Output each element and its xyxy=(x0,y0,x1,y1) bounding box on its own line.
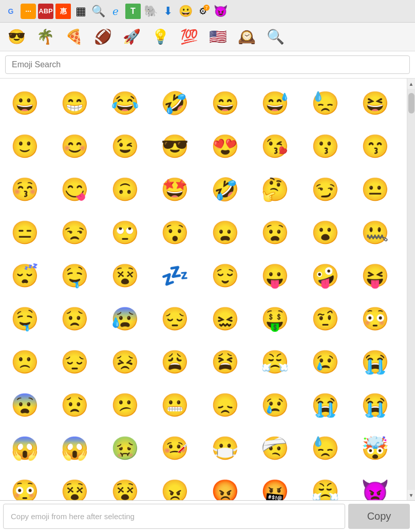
emoji-yellow-hot[interactable]: 😤 xyxy=(305,471,346,500)
emoji-kissing-closed[interactable]: 😙 xyxy=(355,126,396,167)
emoji-sleeping[interactable]: 😴 xyxy=(4,255,45,296)
emoji-joy[interactable]: 😂 xyxy=(104,83,145,124)
cat-flags[interactable]: 🇺🇸 xyxy=(205,25,230,49)
emoji-smirk[interactable]: 😏 xyxy=(305,169,346,210)
emoji-slight-frown[interactable]: 🙁 xyxy=(4,341,45,383)
cat-food[interactable]: 🍕 xyxy=(62,25,86,49)
emoji-grin[interactable]: 😁 xyxy=(54,83,96,124)
emoji-roll-eyes[interactable]: 🙄 xyxy=(104,212,145,253)
emoji-upside-down[interactable]: 🙃 xyxy=(104,169,145,210)
scroll-track[interactable] xyxy=(407,89,415,490)
cat-symbols[interactable]: 💯 xyxy=(177,25,201,49)
emoji-rage[interactable]: 😤 xyxy=(255,341,296,383)
emoji-sweat-smile[interactable]: 😅 xyxy=(255,83,296,124)
emoji-sob[interactable]: 😭 xyxy=(355,341,396,383)
emoji-fearful[interactable]: 😨 xyxy=(4,385,45,426)
emoji-tired-face[interactable]: 😩 xyxy=(155,341,196,383)
emoji-explode[interactable]: 🤯 xyxy=(355,428,396,469)
emoji-kissing[interactable]: 😗 xyxy=(305,126,346,167)
cat-activity[interactable]: 🏈 xyxy=(90,25,115,49)
scrollbar[interactable]: ▲ ▼ xyxy=(407,79,415,500)
emoji-dizzy[interactable]: 😵 xyxy=(104,255,145,296)
emoji-wacky[interactable]: 🤪 xyxy=(305,255,346,296)
emoji-sad[interactable]: 😔 xyxy=(54,341,96,383)
emoji-pensive[interactable]: 😔 xyxy=(155,298,196,339)
badge-number-icon[interactable]: ⚙7 xyxy=(195,4,211,19)
emoji-angry-red[interactable]: 😠 xyxy=(155,471,196,500)
emoji-rofl[interactable]: 🤣 xyxy=(155,83,196,124)
emoji-tongue[interactable]: 😛 xyxy=(255,255,296,296)
emoji-squint[interactable]: 😆 xyxy=(355,83,396,124)
emoji-raised-eyebrow[interactable]: 🤨 xyxy=(305,298,346,339)
emoji-smile-face[interactable]: 😋 xyxy=(54,169,96,210)
emoji-scream2[interactable]: 😱 xyxy=(54,428,96,469)
emoji-pouting[interactable]: 😡 xyxy=(204,471,246,500)
emoji-unamused[interactable]: 😒 xyxy=(54,212,96,253)
emoji-neutral[interactable]: 😐 xyxy=(355,169,396,210)
emoji-bandage[interactable]: 🤕 xyxy=(255,428,296,469)
cat-search[interactable]: 🔍 xyxy=(263,25,288,49)
emoji-concerned[interactable]: 😟 xyxy=(54,298,96,339)
qr-icon[interactable]: ▦ xyxy=(73,4,88,19)
emoji-wink[interactable]: 😉 xyxy=(104,126,145,167)
emoji-thinking[interactable]: 🤔 xyxy=(255,169,296,210)
emoji-wide-eye[interactable]: 😳 xyxy=(4,471,45,500)
emoji-confuse[interactable]: 😕 xyxy=(104,385,145,426)
copy-button[interactable]: Copy xyxy=(348,504,410,529)
emoji-cry2[interactable]: 😢 xyxy=(255,385,296,426)
cat-clock[interactable]: 🕰️ xyxy=(234,25,259,49)
taobao-icon[interactable]: 惠 xyxy=(55,4,71,19)
emoji-flushed[interactable]: 😳 xyxy=(355,298,396,339)
emoji-sick[interactable]: 🤒 xyxy=(155,428,196,469)
emoji-worried[interactable]: 😟 xyxy=(54,385,96,426)
emoji-kissing-heart[interactable]: 😚 xyxy=(4,169,45,210)
evernote-icon[interactable]: 🐘 xyxy=(143,4,158,19)
emoji-cry[interactable]: 😢 xyxy=(305,341,346,383)
cat-objects[interactable]: 💡 xyxy=(148,25,173,49)
emoji-mask[interactable]: 😷 xyxy=(204,428,246,469)
search-circle-icon[interactable]: 🔍 xyxy=(90,4,106,19)
emoji-star-struck[interactable]: 🤩 xyxy=(155,169,196,210)
google-icon[interactable]: G xyxy=(3,4,18,19)
emoji-zipper-mouth[interactable]: 🤐 xyxy=(355,212,396,253)
emoji-expressionless[interactable]: 😑 xyxy=(4,212,45,253)
emoji-sweat2[interactable]: 😓 xyxy=(305,428,346,469)
emoji-grimace[interactable]: 😬 xyxy=(155,385,196,426)
emoji-blush[interactable]: 😊 xyxy=(54,126,96,167)
scroll-up-arrow[interactable]: ▲ xyxy=(407,79,416,89)
emoji-open-mouth[interactable]: 😮 xyxy=(305,212,346,253)
emoji-tongue-squint[interactable]: 😝 xyxy=(355,255,396,296)
emoji-xeyes[interactable]: 😵 xyxy=(104,471,145,500)
emoji-grinning[interactable]: 😀 xyxy=(4,83,45,124)
emoji-nausea[interactable]: 🤢 xyxy=(104,428,145,469)
emoji-slight-smile[interactable]: 🙂 xyxy=(4,126,45,167)
cat-nature[interactable]: 🌴 xyxy=(33,25,58,49)
emoji-moneymouth[interactable]: 🤑 xyxy=(255,298,296,339)
emoji-persevere[interactable]: 😣 xyxy=(104,341,145,383)
menu-icon[interactable]: ··· xyxy=(21,4,36,19)
adblock-icon[interactable]: ABP xyxy=(38,4,53,19)
cat-faces[interactable]: 😎 xyxy=(4,25,29,49)
face-devil-icon[interactable]: 😈 xyxy=(213,4,228,19)
emoji-weary[interactable]: 😫 xyxy=(204,341,246,383)
emoji-heart-eyes[interactable]: 😍 xyxy=(204,126,246,167)
emoji-sweat-drop[interactable]: 😓 xyxy=(305,83,346,124)
emoji-anguished[interactable]: 😧 xyxy=(255,212,296,253)
emoji-kiss[interactable]: 😘 xyxy=(255,126,296,167)
search-input[interactable] xyxy=(5,55,410,74)
emoji-hushed[interactable]: 😯 xyxy=(155,212,196,253)
scroll-thumb[interactable] xyxy=(408,93,414,113)
emoji-drooling[interactable]: 🤤 xyxy=(54,255,96,296)
emoji-sob2[interactable]: 😭 xyxy=(355,385,396,426)
emoji-frowning[interactable]: 😦 xyxy=(204,212,246,253)
emoji-smile[interactable]: 😄 xyxy=(204,83,246,124)
emoji-cold-sweat[interactable]: 😰 xyxy=(104,298,145,339)
emoji-drool2[interactable]: 🤤 xyxy=(4,298,45,339)
emoji-ext-icon[interactable]: 😀 xyxy=(178,4,193,19)
emoji-imp[interactable]: 👿 xyxy=(355,471,396,500)
emoji-zzz[interactable]: 💤 xyxy=(155,255,196,296)
emoji-laugh-sweat[interactable]: 🤣 xyxy=(204,169,246,210)
scroll-down-arrow[interactable]: ▼ xyxy=(407,490,416,500)
emoji-disappointed[interactable]: 😞 xyxy=(204,385,246,426)
emoji-confounded[interactable]: 😖 xyxy=(204,298,246,339)
